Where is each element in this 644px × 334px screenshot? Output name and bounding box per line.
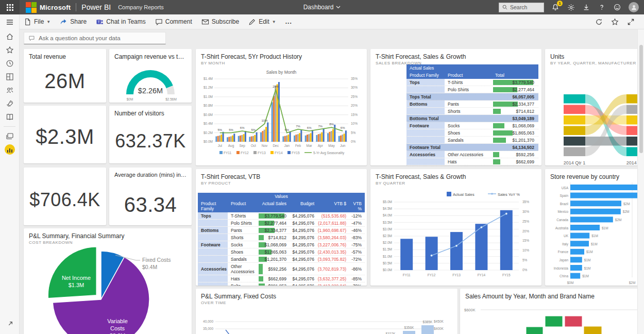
svg-text:$600K: $600K (464, 308, 476, 312)
svg-text:FY15: FY15 (292, 151, 300, 155)
apps-icon[interactable] (0, 70, 20, 84)
sales-breakdown-table[interactable]: Actual SalesProduct FamilyProductTotal T… (406, 64, 538, 165)
table-row[interactable]: Polo Shirts $2,277,464 $4,295,076 (2,017… (198, 220, 365, 227)
favorites-icon[interactable] (0, 43, 20, 57)
search-input[interactable]: Search (499, 3, 544, 12)
svg-text:Mar: Mar (307, 144, 313, 147)
combo-chart[interactable]: Sales by Month$0.0M0%$0.2M5%$0.4M10%$0.6… (196, 69, 367, 160)
refresh-icon[interactable] (595, 18, 603, 26)
subscribe-button[interactable]: Subscribe (201, 18, 239, 26)
favorite-star-icon[interactable] (611, 18, 619, 26)
scrollbar-thumb[interactable] (639, 45, 643, 153)
kpi-value: $706.4K (24, 189, 106, 211)
table-row[interactable]: Polo Shirts $2,277,464 (406, 86, 538, 93)
tile-sales-amount-waterfall[interactable]: Sales Amount by Year, Month and Brand Na… (460, 289, 637, 334)
svg-text:Brazil: Brazil (560, 202, 569, 206)
notifications-bell-icon[interactable]: 1 (551, 3, 560, 11)
table-row[interactable]: Hats $662,699 (406, 158, 538, 165)
speech-bubble-icon (28, 35, 35, 41)
comment-button[interactable]: Comment (155, 18, 192, 26)
table-row[interactable]: Tops T-Shirts $3,779,540 $4,295,076 (515… (198, 212, 365, 220)
fixed-costs-chart[interactable]: 40,000$450K35,000$400K$350K$327K$356K$38… (196, 307, 457, 334)
table-row[interactable]: Shorts $714,812 $4,295,076 (3,580,264.03… (198, 234, 365, 241)
tile-average-duration[interactable]: Average duration (mins) in s... 63.34 (109, 168, 192, 225)
shared-with-me-icon[interactable] (0, 84, 20, 97)
waffle-menu-icon[interactable] (0, 0, 20, 14)
breadcrumb[interactable]: Company Reports (118, 4, 164, 10)
qna-input[interactable]: Ask a question about your data (24, 32, 166, 44)
svg-text:$2.56M: $2.56M (165, 97, 177, 101)
user-avatar[interactable] (629, 2, 639, 12)
powerbi-app: Microsoft Power BI Company Reports Dashb… (0, 0, 644, 334)
rail-divider (4, 126, 15, 127)
tile-number-of-visitors[interactable]: Number of visitors 632.37K (109, 106, 192, 163)
pie-chart[interactable]: Net Income$1.3MVariableCosts$3.3MFixed C… (24, 246, 192, 334)
table-row[interactable]: Shorts $714,812 (406, 108, 538, 115)
svg-text:$0M: $0M (127, 97, 133, 101)
table-row[interactable]: Shoes $1,865,063 (406, 129, 538, 137)
powerbi-wordmark[interactable]: Power BI (81, 3, 111, 11)
tile-store-revenue[interactable]: Store revenue by country USASpainBrazil$… (545, 169, 637, 286)
table-row[interactable]: Hats $662,699 $4,295,076 (3,632,377.25) … (198, 275, 365, 282)
table-row[interactable]: Shoes $1,865,063 $4,295,076 (2,430,013.3… (198, 248, 365, 256)
more-options-button[interactable]: ... (285, 18, 292, 25)
vtb-table[interactable]: ValuesProduct FamilyProductActual SalesB… (198, 193, 365, 286)
ribbon-chart[interactable]: 2014 Qtr 12014 Qtr 22 (545, 65, 637, 165)
hamburger-menu-icon[interactable] (0, 14, 20, 30)
tile-title: Number of visitors (109, 106, 192, 117)
edit-button[interactable]: Edit▼ (248, 18, 276, 26)
table-total-row[interactable]: Footware Total $4,134,502 (406, 144, 538, 151)
learn-icon[interactable] (0, 110, 20, 124)
svg-text:6%: 6% (307, 126, 312, 129)
deployment-pipelines-icon[interactable] (0, 97, 20, 110)
fullscreen-icon[interactable] (627, 18, 635, 26)
table-total-row[interactable]: Tops Total $6,057,005 (406, 93, 538, 101)
tile-sales-growth-quarter[interactable]: T-Shirt Forecast, Sales & Growth BY QUAR… (370, 169, 541, 286)
tile-campaign-gauge[interactable]: Campaign revenue vs target $2.26M $0M $2… (109, 49, 192, 103)
table-row[interactable]: Footware Socks $1,068,069 (406, 122, 538, 129)
scrollbar-track[interactable] (637, 29, 644, 334)
file-menu-button[interactable]: File▼ (24, 18, 50, 26)
tile-pnl-fixed-costs[interactable]: P&L Summary, Fixed Costs OVER TIME 40,00… (196, 289, 457, 334)
tile-sales-breakdown-table[interactable]: T-Shirt Forecast, Sales & Growth SALES B… (370, 49, 541, 165)
app-launcher-grid-icon (7, 4, 13, 11)
help-icon[interactable] (598, 3, 606, 11)
table-row[interactable]: Tops T-Shirts $3,779,540 (406, 79, 538, 86)
tile-pnl-financial-summary[interactable]: P&L Summary, Financial Summary COST BREA… (24, 228, 192, 334)
store-revenue-chart[interactable]: USASpainBrazil$2MMexico$2MCanada$2MAustr… (545, 181, 637, 286)
table-row[interactable]: Footware Socks $1,068,069 $4,295,076 (3,… (198, 241, 365, 248)
tile-total-revenue[interactable]: Total revenue 26M (24, 49, 106, 103)
quarter-chart[interactable]: Actual SalesSales YoY %$0.0M$0.5M$1.0M$1… (370, 188, 541, 282)
kpi-value: 63.34 (109, 193, 192, 216)
waterfall-chart[interactable]: $600K (460, 303, 637, 334)
tile-subtitle: BY PRODUCT (196, 180, 367, 186)
settings-gear-icon[interactable] (567, 3, 575, 11)
table-total-row[interactable]: Bottoms Total $3,049,189 (406, 115, 538, 122)
current-workspace-avatar[interactable] (0, 143, 20, 156)
tile-units-ribbon[interactable]: Units BY YEAR, QUARTER, MANUFACTURER 201… (545, 49, 637, 165)
svg-text:$0.4M: $0.4M (204, 122, 213, 125)
tile-revenue-kpi[interactable]: $2.3M (24, 106, 106, 163)
tile-vtb-table[interactable]: T-Shirt Forecast, VTB BY PRODUCT ValuesP… (196, 169, 367, 286)
table-row[interactable]: Sandals $1,201,370 (406, 137, 538, 144)
table-row[interactable]: Sandals $1,201,370 $4,295,076 (3,093,705… (198, 256, 365, 263)
workspaces-icon[interactable] (0, 129, 20, 143)
table-row[interactable]: Bottoms Pants $2,334,377 $4,295,076 (1,9… (198, 227, 365, 234)
dashboard-nav-dropdown[interactable]: Dashboard (303, 4, 341, 11)
share-button[interactable]: Share (60, 18, 87, 26)
microsoft-logo[interactable]: Microsoft (26, 2, 71, 13)
home-icon[interactable] (0, 30, 20, 43)
table-row[interactable]: Belts $881,853 $4,295,076 (3,413,222.84)… (198, 282, 365, 286)
tile-other-kpi[interactable]: $706.4K (24, 168, 106, 225)
table-row[interactable]: Accessories Other Accessories $592,256 $… (198, 263, 365, 275)
tile-5yr-product-history[interactable]: T-Shirt Forecast, 5Yr Product History BY… (196, 49, 367, 165)
recent-icon[interactable] (0, 57, 20, 70)
table-row[interactable]: Bottoms Pants $2,334,377 (406, 101, 538, 108)
download-icon[interactable] (582, 3, 590, 11)
feedback-smiley-icon[interactable] (613, 3, 621, 11)
external-link-icon[interactable] (0, 318, 20, 331)
svg-text:Jul: Jul (218, 144, 223, 147)
chat-in-teams-button[interactable]: T Chat in Teams (96, 18, 145, 26)
svg-text:30%: 30% (351, 86, 358, 89)
table-row[interactable]: Accessories Other Accessories $592,256 (406, 151, 538, 158)
